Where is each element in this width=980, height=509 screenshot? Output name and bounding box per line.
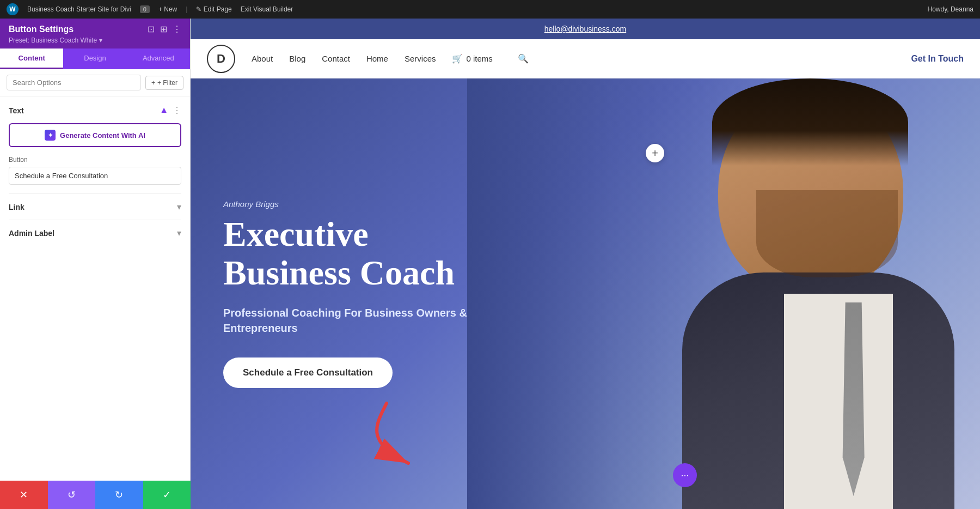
tab-content[interactable]: Content (0, 49, 63, 69)
add-element-button[interactable]: + (646, 144, 664, 162)
undo-button[interactable]: ↺ (48, 481, 96, 509)
text-section: Text ▲ ⋮ ✦ Generate Content With AI Butt… (9, 105, 181, 185)
nav-contact[interactable]: Contact (322, 54, 350, 63)
nav-cart[interactable]: 🛒 0 items (452, 53, 492, 64)
tab-design[interactable]: Design (63, 49, 126, 69)
user-greeting: Howdy, Deanna (928, 5, 974, 13)
hero-subtitle: Professional Coaching For Business Owner… (223, 305, 474, 336)
hero-author: Anthony Briggs (223, 199, 474, 209)
site-preview: hello@divibusiness.com D About Blog Cont… (191, 19, 980, 509)
panel-tabs: Content Design Advanced (0, 49, 190, 69)
site-name-link[interactable]: Business Coach Starter Site for Divi (27, 5, 131, 13)
hero-title: Executive Business Coach (223, 215, 474, 292)
search-options-input[interactable] (7, 75, 141, 90)
text-section-menu[interactable]: ⋮ (173, 105, 181, 116)
wp-icon[interactable]: W (7, 3, 19, 15)
button-text-field-group: Button (9, 156, 181, 185)
link-section-header[interactable]: Link ▾ (9, 202, 181, 212)
hero-background-image (467, 78, 981, 509)
cancel-button[interactable]: ✕ (0, 481, 48, 509)
redo-button[interactable]: ↻ (95, 481, 143, 509)
nav-home[interactable]: Home (366, 54, 388, 63)
exit-builder-link[interactable]: Exit Visual Builder (241, 5, 293, 13)
nav-services[interactable]: Services (405, 54, 436, 63)
columns-icon[interactable]: ⊞ (160, 24, 167, 34)
site-navigation: D About Blog Contact Home Services 🛒 0 i… (191, 39, 980, 78)
nav-about[interactable]: About (252, 54, 273, 63)
link-chevron-icon: ▾ (177, 202, 181, 212)
topbar-email-link[interactable]: hello@divibusiness.com (544, 25, 626, 33)
cancel-icon: ✕ (20, 489, 28, 501)
cart-icon: 🛒 (452, 53, 463, 64)
site-logo: D (207, 45, 235, 73)
admin-label-header[interactable]: Admin Label ▾ (9, 228, 181, 238)
generate-ai-button[interactable]: ✦ Generate Content With AI (9, 123, 181, 147)
undo-icon: ↺ (68, 489, 76, 501)
more-icon[interactable]: ⋮ (173, 24, 181, 34)
save-button[interactable]: ✓ (143, 481, 191, 509)
panel-header: Button Settings ⊡ ⊞ ⋮ Preset: Business C… (0, 19, 190, 49)
tab-advanced[interactable]: Advanced (127, 49, 190, 69)
new-link[interactable]: + New (158, 5, 177, 13)
search-icon[interactable]: 🔍 (518, 53, 529, 64)
nav-cta-link[interactable]: Get In Touch (911, 54, 964, 64)
save-icon: ✓ (163, 489, 171, 501)
nav-links: About Blog Contact Home Services 🛒 0 ite… (252, 53, 529, 64)
filter-button[interactable]: + + Filter (145, 76, 183, 90)
preset-label[interactable]: Preset: Business Coach White ▾ (9, 37, 181, 44)
edit-page-link[interactable]: ✎ Edit Page (196, 5, 231, 13)
text-section-title: Text (9, 106, 24, 115)
preset-chevron-icon: ▾ (99, 37, 102, 44)
comments-link[interactable]: 0 (140, 5, 150, 13)
fullscreen-icon[interactable]: ⊡ (148, 24, 155, 34)
more-options-button[interactable]: ··· (673, 463, 697, 487)
admin-label-title: Admin Label (9, 229, 54, 238)
link-section: Link ▾ (9, 193, 181, 220)
button-text-input[interactable] (9, 167, 181, 185)
bottom-action-bar: ✕ ↺ ↻ ✓ (0, 481, 191, 509)
hero-content: Anthony Briggs Executive Business Coach … (191, 167, 506, 421)
admin-label-chevron-icon: ▾ (177, 228, 181, 238)
admin-label-section: Admin Label ▾ (9, 220, 181, 246)
panel-search-bar: + + Filter (0, 69, 190, 96)
ai-icon: ✦ (45, 130, 56, 141)
redo-icon: ↻ (115, 489, 123, 501)
hero-section: Anthony Briggs Executive Business Coach … (191, 78, 980, 509)
panel-header-icons: ⊡ ⊞ ⋮ (148, 24, 181, 34)
link-section-title: Link (9, 203, 24, 211)
site-name-text: Business Coach Starter Site for Divi (27, 5, 131, 13)
panel-content: Text ▲ ⋮ ✦ Generate Content With AI Butt… (0, 96, 190, 481)
admin-bar: W Business Coach Starter Site for Divi 0… (0, 0, 980, 19)
filter-icon: + (151, 79, 155, 87)
panel-title: Button Settings (9, 25, 74, 34)
comment-count: 0 (140, 5, 150, 13)
button-field-label: Button (9, 156, 181, 163)
hero-cta-button[interactable]: Schedule a Free Consultation (223, 357, 393, 388)
site-topbar: hello@divibusiness.com (191, 19, 980, 39)
nav-blog[interactable]: Blog (289, 54, 305, 63)
text-section-collapse[interactable]: ▲ (160, 105, 168, 116)
button-settings-panel: Button Settings ⊡ ⊞ ⋮ Preset: Business C… (0, 19, 191, 509)
